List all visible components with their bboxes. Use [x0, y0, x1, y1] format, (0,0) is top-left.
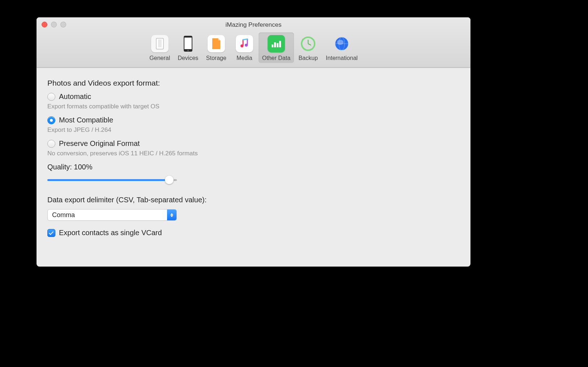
slider-thumb[interactable]	[165, 176, 174, 184]
svg-point-18	[337, 40, 344, 45]
preferences-window: iMazing Preferences General Devices	[37, 17, 470, 267]
svg-rect-10	[279, 41, 281, 47]
svg-rect-9	[277, 43, 278, 47]
radio-label: Preserve Original Format	[59, 139, 140, 148]
svg-rect-7	[272, 44, 273, 47]
delimiter-select[interactable]: Comma	[47, 209, 177, 221]
radio-icon	[47, 93, 55, 101]
tab-label: International	[326, 55, 358, 61]
svg-point-5	[240, 44, 243, 47]
tab-label: Media	[237, 55, 252, 61]
select-stepper-icon	[167, 210, 176, 220]
radio-preserve-original[interactable]: Preserve Original Format	[47, 139, 460, 148]
devices-icon	[179, 35, 197, 53]
tab-storage[interactable]: Storage	[202, 33, 230, 63]
tab-other-data[interactable]: Other Data	[259, 33, 294, 63]
svg-point-4	[187, 50, 189, 51]
svg-line-13	[308, 44, 311, 45]
tab-label: Devices	[178, 55, 198, 61]
international-icon	[333, 35, 351, 53]
titlebar: iMazing Preferences General Devices	[37, 17, 470, 68]
tab-label: Storage	[206, 55, 226, 61]
radio-label: Most Compatible	[59, 116, 113, 124]
radio-label: Automatic	[59, 92, 91, 101]
other-data-icon	[267, 35, 285, 53]
svg-rect-8	[274, 42, 276, 47]
checkbox-icon	[47, 229, 55, 237]
radio-automatic[interactable]: Automatic	[47, 92, 460, 101]
tab-international[interactable]: International	[322, 33, 361, 63]
preferences-toolbar: General Devices Storage	[37, 33, 470, 63]
svg-point-6	[245, 44, 248, 47]
window-title: iMazing Preferences	[37, 21, 470, 29]
tab-general[interactable]: General	[146, 33, 174, 63]
tab-label: General	[149, 55, 170, 61]
quality-label: Quality: 100%	[47, 163, 460, 171]
content-pane: Photos and Videos export format: Automat…	[37, 68, 470, 248]
vcard-checkbox-row[interactable]: Export contacts as single VCard	[47, 229, 460, 237]
storage-icon	[207, 35, 225, 53]
backup-icon	[299, 35, 317, 53]
tab-media[interactable]: Media	[230, 33, 259, 63]
tab-label: Other Data	[262, 55, 290, 61]
svg-rect-3	[184, 38, 192, 49]
general-icon	[151, 35, 169, 53]
radio-icon	[47, 116, 55, 124]
checkbox-label: Export contacts as single VCard	[59, 229, 162, 237]
radio-icon	[47, 140, 55, 148]
radio-preserve-hint: No conversion, preserves iOS 11 HEIC / H…	[47, 150, 460, 157]
radio-most-compatible-hint: Export to JPEG / H.264	[47, 126, 460, 134]
radio-most-compatible[interactable]: Most Compatible	[47, 116, 460, 124]
svg-rect-1	[158, 39, 162, 47]
delimiter-label: Data export delimiter (CSV, Tab-separate…	[47, 196, 460, 204]
radio-automatic-hint: Export formats compatible with target OS	[47, 103, 460, 110]
select-value: Comma	[52, 211, 75, 219]
quality-slider[interactable]	[47, 175, 177, 185]
slider-fill	[47, 179, 169, 181]
tab-label: Backup	[298, 55, 318, 61]
tab-devices[interactable]: Devices	[174, 33, 202, 63]
tab-backup[interactable]: Backup	[294, 33, 322, 63]
media-icon	[235, 35, 253, 53]
photos-section-title: Photos and Videos export format:	[47, 79, 460, 87]
